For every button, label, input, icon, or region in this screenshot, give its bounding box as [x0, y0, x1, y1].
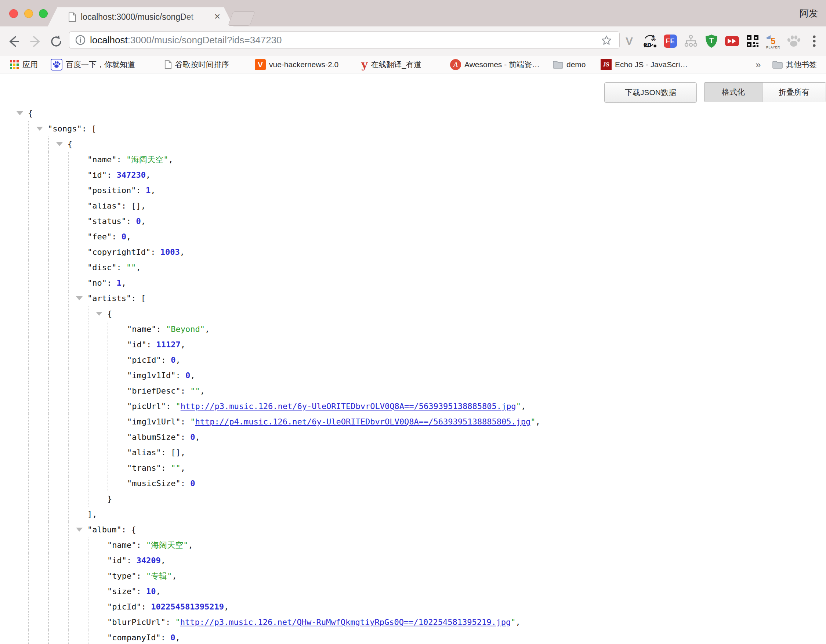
json-key: "id":	[87, 171, 116, 180]
json-line: ],	[87, 507, 97, 522]
json-punctuation: ,	[181, 340, 185, 349]
json-string-value: ""	[126, 263, 136, 272]
indent-guide-line	[68, 414, 69, 430]
indent-guide-line	[28, 352, 29, 368]
zoom-window-button[interactable]	[39, 9, 48, 18]
json-punctuation: ,	[168, 155, 173, 164]
other-bookmarks-folder[interactable]: 其他书签	[772, 56, 817, 73]
collapse-toggle-icon[interactable]	[76, 528, 82, 532]
json-string-value: "海阔天空"	[146, 540, 188, 549]
json-row: "briefDesc": "",	[0, 383, 826, 399]
json-key: "songs":	[48, 124, 92, 133]
reload-button[interactable]	[49, 34, 63, 48]
info-icon[interactable]	[75, 35, 85, 45]
json-number-value: 10	[146, 587, 156, 596]
bookmark-baidu[interactable]: 百度一下，你就知道	[51, 56, 135, 73]
indent-guide-line	[28, 537, 29, 553]
indent-guide-line	[68, 507, 69, 522]
json-row: {	[0, 106, 826, 121]
json-url-link[interactable]: http://p3.music.126.net/6y-UleORITEDbvrO…	[181, 402, 516, 411]
json-line: "status": 0,	[87, 214, 146, 229]
indent-guide-line	[48, 152, 49, 168]
json-row: "companyId": 0,	[0, 630, 826, 644]
json-line: "copyrightId": 1003,	[87, 245, 185, 260]
new-tab-button[interactable]	[228, 11, 255, 26]
json-punctuation: ,	[180, 247, 185, 257]
minimize-window-button[interactable]	[24, 9, 33, 18]
indent-guide-line	[68, 152, 69, 168]
json-row: "size": 10,	[0, 584, 826, 599]
bookmark-label: 在线翻译_有道	[371, 59, 421, 70]
collapse-all-button[interactable]: 折叠所有	[762, 82, 826, 102]
json-punctuation: ,	[536, 417, 540, 426]
browser-toolbar: localhost:3000/music/songDetail?ids=3472…	[0, 26, 826, 56]
browser-menu-icon[interactable]	[807, 33, 821, 49]
svg-text:英: 英	[651, 36, 656, 42]
shield-t-extension-icon[interactable]: T	[704, 33, 719, 49]
tab-close-icon[interactable]: ×	[210, 7, 225, 26]
translate-extension-icon[interactable]: en 英	[643, 33, 657, 49]
json-url-link[interactable]: http://p4.music.126.net/6y-UleORITEDbvrO…	[195, 417, 531, 426]
browser-tab[interactable]: localhost:3000/music/songDet ×	[48, 7, 233, 26]
collapse-toggle-icon[interactable]	[56, 142, 63, 146]
indent-guide-line	[28, 507, 29, 522]
indent-guide-line	[88, 630, 88, 644]
indent-guide-line	[28, 399, 29, 414]
json-line: "id": 34209,	[107, 553, 166, 568]
json-punctuation: }	[107, 494, 112, 503]
indent-guide-line	[48, 599, 49, 615]
fast-forward-extension-icon[interactable]	[725, 33, 739, 49]
bookmark-google-sort[interactable]: 谷歌按时间排序	[165, 56, 229, 73]
json-punctuation: ,	[121, 278, 126, 287]
back-button[interactable]	[6, 34, 20, 48]
bookmark-apps[interactable]: 应用	[9, 56, 38, 73]
indent-guide-line	[88, 383, 88, 399]
indent-guide-line	[28, 599, 29, 615]
collapse-toggle-icon[interactable]	[96, 312, 102, 316]
indent-guide-line	[48, 168, 49, 183]
json-key: "picId":	[107, 602, 151, 611]
paw-extension-icon[interactable]	[786, 33, 801, 49]
indent-guide-line	[68, 568, 69, 584]
bookmark-label: demo	[567, 60, 586, 69]
json-line: "no": 1,	[87, 275, 126, 291]
json-key: "companyId":	[107, 633, 170, 642]
close-window-button[interactable]	[9, 9, 18, 18]
indent-guide-line	[28, 445, 29, 461]
forward-button[interactable]	[29, 34, 43, 48]
collapse-toggle-icon[interactable]	[36, 127, 43, 131]
bookmarks-overflow-chevron[interactable]: »	[756, 56, 761, 73]
vue-devtools-extension-icon[interactable]: V	[622, 33, 637, 49]
bookmark-echojs[interactable]: JS Echo JS - JavaScri…	[601, 56, 688, 73]
bookmark-youdao-translate[interactable]: y 在线翻译_有道	[361, 56, 421, 73]
json-url-link[interactable]: http://p3.music.126.net/QHw-RuMwfQkmgtiy…	[180, 618, 511, 627]
download-json-button[interactable]: 下载JSON数据	[604, 82, 697, 103]
json-key: "album":	[87, 525, 131, 534]
json-number-value: 0	[170, 633, 175, 642]
indent-guide-line	[48, 214, 49, 229]
collapse-toggle-icon[interactable]	[76, 296, 82, 300]
url-host: localhost	[90, 34, 128, 45]
indent-guide-line	[68, 522, 69, 537]
json-key: "alias":	[87, 201, 131, 210]
json-row: "artists": [	[0, 291, 826, 306]
json-row: "picId": 0,	[0, 352, 826, 368]
qr-code-extension-icon[interactable]	[745, 33, 760, 49]
html5-player-extension-icon[interactable]: 5 PLAYER	[766, 33, 781, 49]
bookmark-star-icon[interactable]	[601, 35, 612, 46]
apps-grid-icon	[9, 60, 19, 70]
bookmark-demo-folder[interactable]: demo	[553, 56, 586, 73]
indent-guide-line	[28, 383, 29, 399]
sitemap-extension-icon[interactable]	[683, 33, 698, 49]
fe-extension-icon[interactable]: FE	[663, 33, 678, 49]
indent-guide-line	[28, 630, 29, 644]
bookmark-vue-hackernews[interactable]: V vue-hackernews-2.0	[255, 56, 338, 73]
json-key: "trans":	[127, 463, 171, 473]
format-button[interactable]: 格式化	[705, 82, 762, 102]
json-string-value: "	[516, 402, 521, 411]
collapse-toggle-icon[interactable]	[17, 111, 23, 115]
json-punctuation: ,	[146, 171, 151, 180]
json-key: "id":	[127, 340, 156, 349]
url-bar[interactable]: localhost:3000/music/songDetail?ids=3472…	[69, 31, 620, 49]
bookmark-awesomes[interactable]: A Awesomes - 前端资…	[450, 56, 540, 73]
